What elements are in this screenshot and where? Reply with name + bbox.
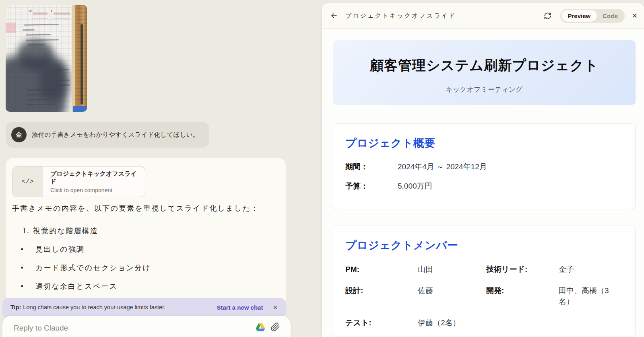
slide-subtitle: キックオフミーティング	[333, 85, 636, 94]
handwriting-stroke	[23, 29, 35, 31]
assistant-list-item: カード形式でのセクション分け	[12, 261, 273, 275]
row-value: 5,000万円	[398, 181, 432, 191]
handwriting-stroke	[26, 34, 51, 35]
assistant-text: 手書きメモの内容を、以下の要素を重視してスライド化しました： 1.視覚的な階層構…	[12, 201, 273, 293]
assistant-list-item: 1.視覚的な階層構造	[12, 224, 273, 238]
artifact-title: プロジェクトキックオフスライド	[50, 170, 138, 185]
blue-object	[73, 106, 87, 112]
tab-preview[interactable]: Preview	[561, 10, 597, 22]
tip-label: Tip:	[10, 304, 21, 310]
member-label: 設計:	[345, 285, 418, 307]
attached-image-thumbnail[interactable]: 12 1	[6, 5, 87, 112]
member-value: 伊藤（2名）	[418, 317, 486, 328]
overview-row: 期間： 2024年4月 ～ 2024年12月	[345, 161, 623, 172]
pen-on-desk	[80, 24, 83, 105]
slide-hero-banner: 顧客管理システム刷新プロジェクト キックオフミーティング	[333, 40, 636, 105]
notebook-pink-header	[6, 23, 16, 33]
row-value: 2024年4月 ～ 2024年12月	[398, 161, 487, 172]
member-label: 技術リード:	[486, 264, 559, 275]
member-value: 金子	[559, 264, 623, 275]
back-arrow-icon[interactable]	[330, 12, 338, 20]
user-message-text: 添付の手書きメモをわかりやすくスライド化してほしい。	[32, 131, 199, 139]
person-shadow-body	[6, 56, 66, 112]
paperclip-icon[interactable]	[270, 322, 281, 333]
artifact-panel-title: プロジェクトキックオフスライド	[345, 12, 456, 20]
tab-code[interactable]: Code	[597, 10, 623, 22]
artifact-panel: プロジェクトキックオフスライド Preview Code ✕ 顧客管理システム刷…	[322, 3, 644, 337]
google-drive-icon[interactable]	[255, 322, 266, 333]
user-message: 金 添付の手書きメモをわかりやすくスライド化してほしい。	[6, 122, 209, 148]
slide-title: 顧客管理システム刷新プロジェクト	[333, 40, 636, 75]
tip-close-icon[interactable]: ✕	[272, 304, 278, 310]
member-label: PM:	[345, 264, 418, 275]
start-new-chat-link[interactable]: Start a new chat	[217, 304, 263, 311]
mini-calendar-january: 1	[51, 10, 70, 19]
mini-calendar-december: 12	[28, 10, 47, 19]
artifact-meta: プロジェクトキックオフスライド Click to open component	[43, 166, 145, 197]
section-project-members: プロジェクトメンバー PM: 山田 技術リード: 金子 設計: 佐藤 開発: 田…	[333, 226, 636, 337]
user-avatar: 金	[11, 127, 27, 142]
row-label: 期間：	[345, 161, 398, 172]
handwriting-stroke	[24, 24, 59, 26]
assistant-list-item: 見出しの強調	[12, 242, 273, 256]
tip-text: Long chats cause you to reach your usage…	[23, 304, 165, 310]
assistant-intro: 手書きメモの内容を、以下の要素を重視してスライド化しました：	[12, 201, 273, 215]
section-project-overview: プロジェクト概要 期間： 2024年4月 ～ 2024年12月 予算： 5,00…	[333, 123, 636, 209]
refresh-icon[interactable]	[544, 12, 551, 20]
overview-heading: プロジェクト概要	[345, 136, 623, 150]
slide-preview: 顧客管理システム刷新プロジェクト キックオフミーティング プロジェクト概要 期間…	[322, 29, 644, 337]
member-value: 山田	[418, 264, 486, 275]
code-artifact-icon: </>	[12, 166, 43, 197]
artifact-preview-card[interactable]: </> プロジェクトキックオフスライド Click to open compon…	[12, 166, 145, 197]
notebook-page: 12 1	[6, 5, 72, 112]
preview-code-toggle: Preview Code	[560, 9, 625, 23]
artifact-panel-header: プロジェクトキックオフスライド Preview Code ✕	[322, 3, 644, 29]
members-heading: プロジェクトメンバー	[345, 238, 623, 253]
member-label: テスト:	[345, 317, 418, 328]
assistant-list-item: 適切な余白とスペース	[12, 279, 273, 293]
row-label: 予算：	[345, 181, 398, 191]
close-icon[interactable]: ✕	[632, 12, 638, 20]
message-composer	[2, 316, 291, 337]
member-value: 佐藤	[418, 285, 486, 307]
member-value: 田中、高橋（3名）	[559, 285, 623, 307]
members-grid: PM: 山田 技術リード: 金子 設計: 佐藤 開発: 田中、高橋（3名） テス…	[345, 264, 623, 328]
overview-row: 予算： 5,000万円	[345, 181, 623, 191]
member-label: 開発:	[486, 285, 559, 307]
reply-input[interactable]	[14, 324, 183, 333]
artifact-subtitle: Click to open component	[50, 187, 138, 193]
overview-rows: 期間： 2024年4月 ～ 2024年12月 予算： 5,000万円	[345, 161, 623, 191]
